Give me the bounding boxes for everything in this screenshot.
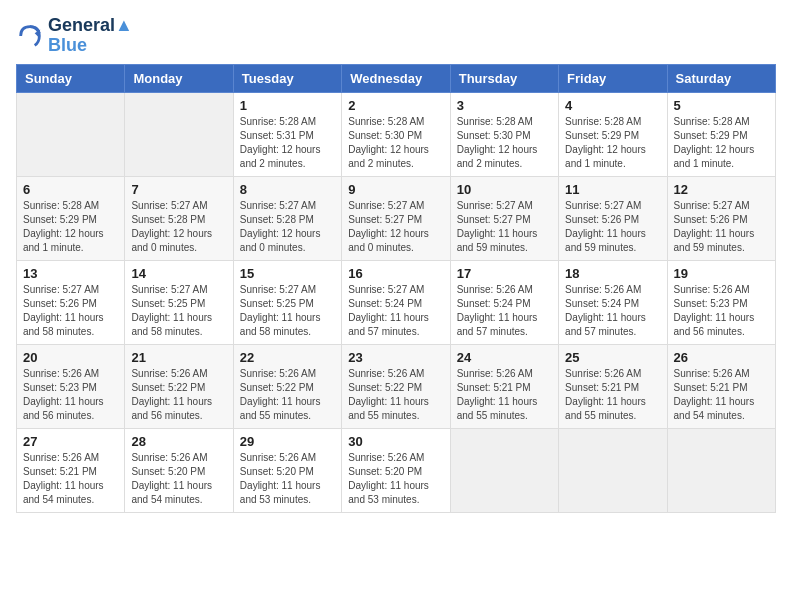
calendar-cell: 27Sunrise: 5:26 AM Sunset: 5:21 PM Dayli… [17,428,125,512]
day-number: 25 [565,350,660,365]
day-info: Sunrise: 5:26 AM Sunset: 5:24 PM Dayligh… [565,283,660,339]
calendar-week-row: 6Sunrise: 5:28 AM Sunset: 5:29 PM Daylig… [17,176,776,260]
day-info: Sunrise: 5:28 AM Sunset: 5:30 PM Dayligh… [457,115,552,171]
logo: General▲ Blue [16,16,133,56]
calendar-cell: 30Sunrise: 5:26 AM Sunset: 5:20 PM Dayli… [342,428,450,512]
calendar-cell: 21Sunrise: 5:26 AM Sunset: 5:22 PM Dayli… [125,344,233,428]
day-number: 10 [457,182,552,197]
weekday-header: Thursday [450,64,558,92]
calendar-cell: 25Sunrise: 5:26 AM Sunset: 5:21 PM Dayli… [559,344,667,428]
calendar-cell: 16Sunrise: 5:27 AM Sunset: 5:24 PM Dayli… [342,260,450,344]
day-info: Sunrise: 5:27 AM Sunset: 5:26 PM Dayligh… [565,199,660,255]
day-info: Sunrise: 5:27 AM Sunset: 5:27 PM Dayligh… [457,199,552,255]
calendar-header-row: SundayMondayTuesdayWednesdayThursdayFrid… [17,64,776,92]
day-number: 19 [674,266,769,281]
calendar-cell: 10Sunrise: 5:27 AM Sunset: 5:27 PM Dayli… [450,176,558,260]
page-header: General▲ Blue [16,16,776,56]
day-info: Sunrise: 5:28 AM Sunset: 5:29 PM Dayligh… [565,115,660,171]
day-number: 3 [457,98,552,113]
calendar-table: SundayMondayTuesdayWednesdayThursdayFrid… [16,64,776,513]
day-number: 30 [348,434,443,449]
calendar-cell: 15Sunrise: 5:27 AM Sunset: 5:25 PM Dayli… [233,260,341,344]
calendar-week-row: 20Sunrise: 5:26 AM Sunset: 5:23 PM Dayli… [17,344,776,428]
calendar-cell: 9Sunrise: 5:27 AM Sunset: 5:27 PM Daylig… [342,176,450,260]
day-number: 24 [457,350,552,365]
day-number: 26 [674,350,769,365]
day-number: 4 [565,98,660,113]
day-info: Sunrise: 5:28 AM Sunset: 5:31 PM Dayligh… [240,115,335,171]
day-info: Sunrise: 5:26 AM Sunset: 5:23 PM Dayligh… [23,367,118,423]
calendar-cell: 13Sunrise: 5:27 AM Sunset: 5:26 PM Dayli… [17,260,125,344]
calendar-cell: 6Sunrise: 5:28 AM Sunset: 5:29 PM Daylig… [17,176,125,260]
day-info: Sunrise: 5:28 AM Sunset: 5:30 PM Dayligh… [348,115,443,171]
day-info: Sunrise: 5:26 AM Sunset: 5:21 PM Dayligh… [457,367,552,423]
day-number: 12 [674,182,769,197]
day-number: 14 [131,266,226,281]
calendar-cell: 3Sunrise: 5:28 AM Sunset: 5:30 PM Daylig… [450,92,558,176]
day-info: Sunrise: 5:27 AM Sunset: 5:26 PM Dayligh… [23,283,118,339]
day-info: Sunrise: 5:26 AM Sunset: 5:23 PM Dayligh… [674,283,769,339]
day-info: Sunrise: 5:26 AM Sunset: 5:21 PM Dayligh… [23,451,118,507]
day-info: Sunrise: 5:26 AM Sunset: 5:21 PM Dayligh… [674,367,769,423]
day-info: Sunrise: 5:26 AM Sunset: 5:22 PM Dayligh… [131,367,226,423]
day-number: 7 [131,182,226,197]
calendar-cell: 22Sunrise: 5:26 AM Sunset: 5:22 PM Dayli… [233,344,341,428]
calendar-cell: 18Sunrise: 5:26 AM Sunset: 5:24 PM Dayli… [559,260,667,344]
day-number: 15 [240,266,335,281]
calendar-cell: 28Sunrise: 5:26 AM Sunset: 5:20 PM Dayli… [125,428,233,512]
calendar-cell: 5Sunrise: 5:28 AM Sunset: 5:29 PM Daylig… [667,92,775,176]
calendar-cell: 4Sunrise: 5:28 AM Sunset: 5:29 PM Daylig… [559,92,667,176]
calendar-cell: 14Sunrise: 5:27 AM Sunset: 5:25 PM Dayli… [125,260,233,344]
calendar-week-row: 1Sunrise: 5:28 AM Sunset: 5:31 PM Daylig… [17,92,776,176]
day-number: 9 [348,182,443,197]
day-number: 20 [23,350,118,365]
day-number: 18 [565,266,660,281]
calendar-cell: 20Sunrise: 5:26 AM Sunset: 5:23 PM Dayli… [17,344,125,428]
day-info: Sunrise: 5:27 AM Sunset: 5:28 PM Dayligh… [240,199,335,255]
day-number: 13 [23,266,118,281]
weekday-header: Saturday [667,64,775,92]
calendar-cell: 2Sunrise: 5:28 AM Sunset: 5:30 PM Daylig… [342,92,450,176]
calendar-week-row: 13Sunrise: 5:27 AM Sunset: 5:26 PM Dayli… [17,260,776,344]
day-number: 8 [240,182,335,197]
day-number: 28 [131,434,226,449]
calendar-cell: 7Sunrise: 5:27 AM Sunset: 5:28 PM Daylig… [125,176,233,260]
day-info: Sunrise: 5:27 AM Sunset: 5:27 PM Dayligh… [348,199,443,255]
day-info: Sunrise: 5:26 AM Sunset: 5:20 PM Dayligh… [240,451,335,507]
calendar-cell: 24Sunrise: 5:26 AM Sunset: 5:21 PM Dayli… [450,344,558,428]
day-info: Sunrise: 5:26 AM Sunset: 5:20 PM Dayligh… [131,451,226,507]
calendar-cell: 19Sunrise: 5:26 AM Sunset: 5:23 PM Dayli… [667,260,775,344]
calendar-cell [450,428,558,512]
day-info: Sunrise: 5:27 AM Sunset: 5:25 PM Dayligh… [240,283,335,339]
calendar-cell: 8Sunrise: 5:27 AM Sunset: 5:28 PM Daylig… [233,176,341,260]
calendar-cell [559,428,667,512]
weekday-header: Wednesday [342,64,450,92]
day-number: 1 [240,98,335,113]
day-info: Sunrise: 5:27 AM Sunset: 5:28 PM Dayligh… [131,199,226,255]
calendar-cell: 23Sunrise: 5:26 AM Sunset: 5:22 PM Dayli… [342,344,450,428]
calendar-cell [125,92,233,176]
calendar-cell: 26Sunrise: 5:26 AM Sunset: 5:21 PM Dayli… [667,344,775,428]
day-info: Sunrise: 5:26 AM Sunset: 5:24 PM Dayligh… [457,283,552,339]
weekday-header: Monday [125,64,233,92]
calendar-cell: 1Sunrise: 5:28 AM Sunset: 5:31 PM Daylig… [233,92,341,176]
calendar-cell: 29Sunrise: 5:26 AM Sunset: 5:20 PM Dayli… [233,428,341,512]
day-info: Sunrise: 5:28 AM Sunset: 5:29 PM Dayligh… [23,199,118,255]
day-number: 21 [131,350,226,365]
logo-text: General▲ Blue [48,16,133,56]
day-info: Sunrise: 5:27 AM Sunset: 5:24 PM Dayligh… [348,283,443,339]
weekday-header: Friday [559,64,667,92]
day-number: 6 [23,182,118,197]
day-number: 23 [348,350,443,365]
day-number: 27 [23,434,118,449]
calendar-week-row: 27Sunrise: 5:26 AM Sunset: 5:21 PM Dayli… [17,428,776,512]
weekday-header: Tuesday [233,64,341,92]
day-info: Sunrise: 5:26 AM Sunset: 5:22 PM Dayligh… [240,367,335,423]
weekday-header: Sunday [17,64,125,92]
day-info: Sunrise: 5:28 AM Sunset: 5:29 PM Dayligh… [674,115,769,171]
calendar-cell: 12Sunrise: 5:27 AM Sunset: 5:26 PM Dayli… [667,176,775,260]
day-info: Sunrise: 5:26 AM Sunset: 5:22 PM Dayligh… [348,367,443,423]
day-info: Sunrise: 5:27 AM Sunset: 5:26 PM Dayligh… [674,199,769,255]
day-number: 22 [240,350,335,365]
calendar-cell [667,428,775,512]
